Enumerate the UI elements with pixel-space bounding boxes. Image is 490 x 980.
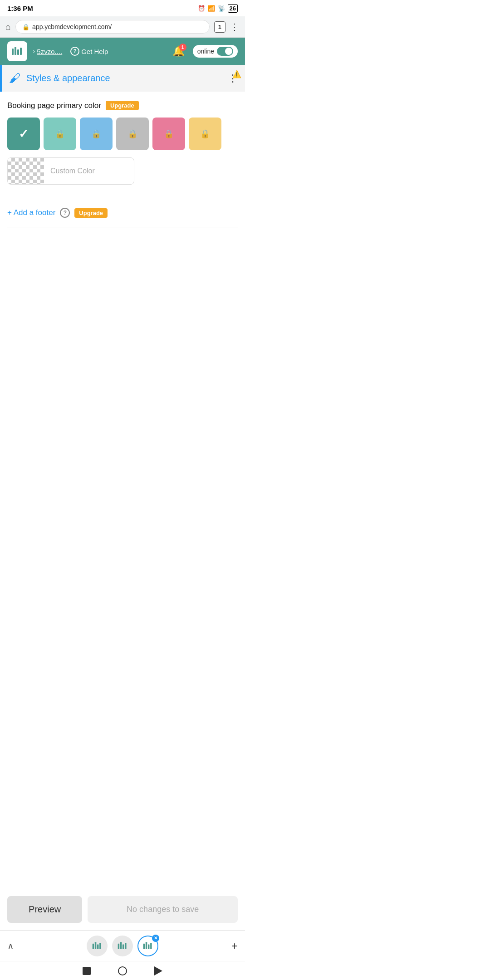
toggle-track	[217, 47, 233, 56]
help-button[interactable]: ? Get Help	[70, 47, 108, 56]
color-swatch-pink[interactable]	[152, 118, 185, 150]
browser-menu-icon[interactable]: ⋮	[230, 21, 240, 32]
app-logo[interactable]	[7, 41, 27, 61]
battery-indicator: 26	[228, 4, 238, 13]
svg-rect-0	[12, 49, 14, 55]
battery-level: 26	[230, 5, 236, 12]
signal-icon: 📶	[208, 5, 215, 12]
notification-badge: 1	[179, 44, 186, 51]
status-icons: ⏰ 📶 📡 26	[198, 4, 238, 13]
breadcrumb-arrow: ›	[33, 47, 35, 55]
url-text: app.ycbmdevelopment.com/	[32, 23, 112, 30]
svg-rect-2	[17, 49, 19, 55]
svg-rect-3	[20, 48, 22, 55]
color-swatch-yellow[interactable]	[189, 118, 221, 150]
svg-rect-1	[15, 47, 16, 55]
color-swatch-green-light[interactable]	[44, 118, 76, 150]
custom-color-label: Custom Color	[44, 167, 134, 175]
breadcrumb: › 5zvzo....	[33, 47, 62, 55]
lock-icon: 🔒	[22, 24, 29, 30]
divider-1	[7, 194, 238, 194]
browser-bar: ⌂ 🔒 app.ycbmdevelopment.com/ 1 ⋮	[0, 16, 245, 38]
home-icon[interactable]: ⌂	[5, 22, 11, 32]
color-swatch-blue[interactable]	[80, 118, 113, 150]
help-text: Get Help	[81, 48, 108, 55]
url-bar[interactable]: 🔒 app.ycbmdevelopment.com/	[15, 20, 210, 34]
notification-button[interactable]: 🔔 1	[172, 45, 185, 57]
custom-color-preview	[8, 158, 44, 184]
main-content: Booking page primary color Upgrade Custo…	[0, 92, 245, 245]
add-footer-row: + Add a footer ? Upgrade	[7, 203, 238, 222]
online-toggle[interactable]: online	[193, 45, 238, 58]
toggle-thumb	[225, 48, 232, 55]
color-swatches	[7, 118, 238, 150]
color-swatch-gray[interactable]	[116, 118, 149, 150]
warning-icon: ⚠️	[232, 70, 241, 78]
add-footer-link[interactable]: + Add a footer	[7, 208, 55, 217]
status-time: 1:36 PM	[7, 5, 33, 12]
divider-2	[7, 227, 238, 227]
status-bar: 1:36 PM ⏰ 📶 📡 26	[0, 0, 245, 16]
alarm-icon: ⏰	[198, 5, 205, 12]
color-swatch-green-dark[interactable]	[7, 118, 40, 150]
upgrade-badge-color[interactable]: Upgrade	[106, 101, 139, 110]
app-header: › 5zvzo.... ? Get Help 🔔 1 online	[0, 38, 245, 65]
help-circle-icon: ?	[70, 47, 79, 56]
online-text: online	[197, 48, 214, 55]
paintbrush-icon: 🖌	[9, 71, 21, 85]
primary-color-section: Booking page primary color Upgrade	[7, 101, 238, 110]
page-title: Styles & appearance	[26, 73, 222, 83]
primary-color-label: Booking page primary color	[7, 101, 101, 110]
more-options-button[interactable]: ⋮ ⚠️	[228, 73, 238, 84]
breadcrumb-text[interactable]: 5zvzo....	[37, 48, 62, 55]
wifi-icon: 📡	[218, 5, 225, 12]
help-footer-icon[interactable]: ?	[60, 208, 70, 218]
custom-color-input[interactable]: Custom Color	[7, 157, 134, 185]
upgrade-badge-footer[interactable]: Upgrade	[74, 208, 108, 218]
tab-count-button[interactable]: 1	[214, 21, 225, 33]
page-header: 🖌 Styles & appearance ⋮ ⚠️	[0, 65, 245, 92]
